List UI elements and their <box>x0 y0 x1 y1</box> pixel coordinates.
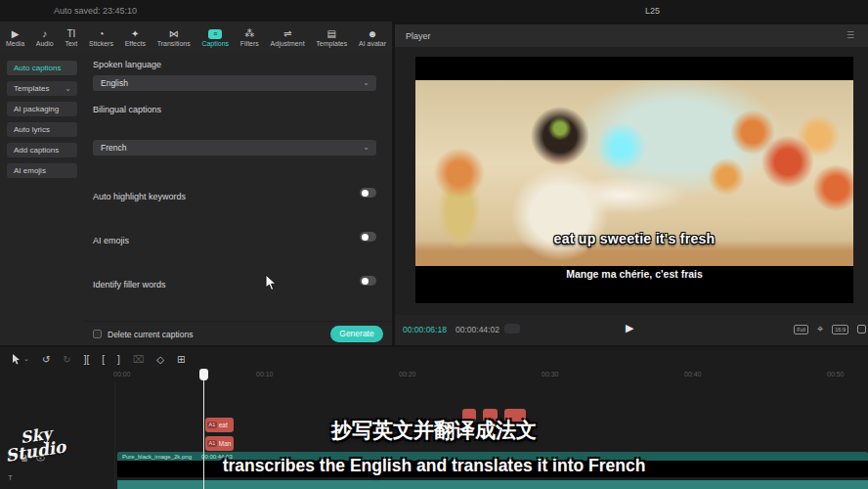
player-header: Player ☰ <box>395 24 868 47</box>
toolbar-item-filters[interactable]: ⁂ Filters <box>240 28 259 47</box>
player-stage: eat up sweetie it's fresh Mange ma chéri… <box>395 47 868 315</box>
video-caption-french: Mange ma chérie, c'est frais <box>415 268 853 280</box>
ai-avatar-icon: ☻ <box>368 28 378 39</box>
main-toolbar: ▶ Media ♪ Audio TI Text ◔ Stickers ✦ Eff… <box>0 22 392 54</box>
spoken-language-select[interactable]: English ⌄ <box>93 75 376 91</box>
titlebar: Auto saved: 23:45:10 L25 <box>0 0 868 22</box>
delete-captions-checkbox[interactable] <box>93 330 102 338</box>
video-preview[interactable]: eat up sweetie it's fresh Mange ma chéri… <box>415 57 853 303</box>
audio-clip[interactable] <box>117 480 868 489</box>
sidebar-item-templates[interactable]: Templates ⌄ <box>7 81 77 96</box>
tutorial-subtitle-english: transcribes the English and translates i… <box>0 456 868 476</box>
chevron-down-icon: ⌄ <box>23 355 29 363</box>
cursor-icon <box>12 354 21 365</box>
mask-icon[interactable]: ◇ <box>156 354 164 365</box>
bilingual-language-select[interactable]: French ⌄ <box>93 140 376 156</box>
toolbar-item-ai-avatar[interactable]: ☻ AI avatar <box>359 28 386 47</box>
playhead-handle[interactable] <box>199 369 208 380</box>
player-controls: 00:00:06:18 00:00:44:02 ▶ Full ⌖ 16:9 <box>395 315 868 345</box>
sidebar-item-add-captions[interactable]: Add captions <box>7 143 77 157</box>
captions-footer: Delete current captions Generate <box>84 321 392 345</box>
captions-sidebar: Auto captions Templates ⌄ AI packaging A… <box>0 54 84 345</box>
toolbar-item-templates[interactable]: ▤ Templates <box>316 28 347 47</box>
media-icon: ▶ <box>12 28 20 39</box>
toolbar-item-stickers[interactable]: ◔ Stickers <box>89 28 113 47</box>
filler-words-toggle[interactable] <box>360 276 376 286</box>
ratio-badge[interactable]: 16:9 <box>832 325 848 334</box>
auto-highlight-row: Auto highlight keywords <box>93 186 376 200</box>
focus-icon[interactable]: ⌖ <box>817 323 823 335</box>
delete-icon[interactable]: ⌧ <box>133 354 145 365</box>
toolbar-item-audio[interactable]: ♪ Audio <box>36 28 54 47</box>
extract-icon[interactable]: ⊞ <box>177 354 185 365</box>
auto-highlight-toggle[interactable] <box>360 188 376 198</box>
total-timecode: 00:00:44:02 <box>456 325 499 334</box>
trim-right-icon[interactable]: ] <box>117 354 120 365</box>
undo-icon[interactable]: ↺ <box>42 354 50 365</box>
sidebar-item-ai-packaging[interactable]: AI packaging <box>7 102 77 116</box>
quality-badge[interactable]: Full <box>794 325 808 334</box>
generate-button[interactable]: Generate <box>330 326 383 342</box>
cursor-tool[interactable]: ⌄ <box>12 354 29 365</box>
tutorial-subtitle-chinese: 抄写英文并翻译成法文 <box>0 417 868 444</box>
text-icon: TI <box>66 28 75 39</box>
toolbar-item-media[interactable]: ▶ Media <box>6 28 24 47</box>
video-caption-english: eat up sweetie it's fresh <box>415 231 853 246</box>
auto-captions-form: Spoken language English ⌄ Bilingual capt… <box>93 54 392 321</box>
sidebar-item-auto-lyrics[interactable]: Auto lyrics <box>7 122 77 137</box>
player-menu-icon[interactable]: ☰ <box>846 30 854 40</box>
window-label: L25 <box>645 6 660 16</box>
transitions-icon: ⋈ <box>169 28 179 39</box>
redo-icon[interactable]: ↻ <box>63 354 70 365</box>
player-right-controls: Full ⌖ 16:9 <box>794 323 866 335</box>
timeline-ruler[interactable]: 00:00 00:10 00:20 00:30 00:40 00:50 <box>0 368 868 382</box>
toolbar-item-text[interactable]: TI Text <box>65 28 77 47</box>
play-button[interactable]: ▶ <box>626 322 633 334</box>
chevron-down-icon: ⌄ <box>65 81 71 96</box>
app-window: Auto saved: 23:45:10 L25 ▶ Media ♪ Audio… <box>0 0 868 489</box>
bilingual-captions-label: Bilingual captions <box>93 105 161 114</box>
current-timecode: 00:00:06:18 <box>403 325 447 334</box>
adjustment-icon: ⇌ <box>283 28 291 39</box>
split-icon[interactable]: ][ <box>84 354 90 365</box>
filters-icon: ⁂ <box>244 28 254 39</box>
filler-words-row: Identify filler words <box>93 274 376 288</box>
stickers-icon: ◔ <box>98 28 104 39</box>
mouse-cursor <box>265 275 277 295</box>
toolbar-item-adjustment[interactable]: ⇌ Adjustment <box>271 28 305 47</box>
toolbar-item-captions[interactable]: ≡ Captions <box>201 29 229 47</box>
ai-emojis-toggle[interactable] <box>360 232 376 242</box>
player-title: Player <box>406 31 431 41</box>
sidebar-item-auto-captions[interactable]: Auto captions <box>7 61 77 75</box>
toolbar-item-effects[interactable]: ✦ Effects <box>125 28 146 47</box>
speed-badge[interactable] <box>504 324 520 333</box>
player-panel: Player ☰ eat up sweetie it's fresh Mange… <box>395 24 868 345</box>
sidebar-item-ai-emojis[interactable]: AI emojis <box>7 163 77 178</box>
ai-emojis-row: AI emojis <box>93 230 376 244</box>
delete-captions-label: Delete current captions <box>108 330 193 339</box>
audio-icon: ♪ <box>42 28 47 39</box>
toolbar-item-transitions[interactable]: ⋈ Transitions <box>157 28 191 47</box>
chevron-down-icon: ⌄ <box>363 140 369 156</box>
timeline-toolbar: ⌄ ↺ ↻ ][ [ ] ⌧ ◇ ⊞ <box>0 350 868 368</box>
captions-icon: ≡ <box>208 29 222 39</box>
fullscreen-icon[interactable] <box>857 325 866 333</box>
spoken-language-label: Spoken language <box>93 60 161 69</box>
templates-icon: ▤ <box>327 28 336 39</box>
trim-left-icon[interactable]: [ <box>102 354 105 365</box>
chevron-down-icon: ⌄ <box>363 75 369 91</box>
left-panel: ▶ Media ♪ Audio TI Text ◔ Stickers ✦ Eff… <box>0 22 392 345</box>
autosave-status: Auto saved: 23:45:10 <box>54 6 137 16</box>
effects-icon: ✦ <box>131 28 139 39</box>
